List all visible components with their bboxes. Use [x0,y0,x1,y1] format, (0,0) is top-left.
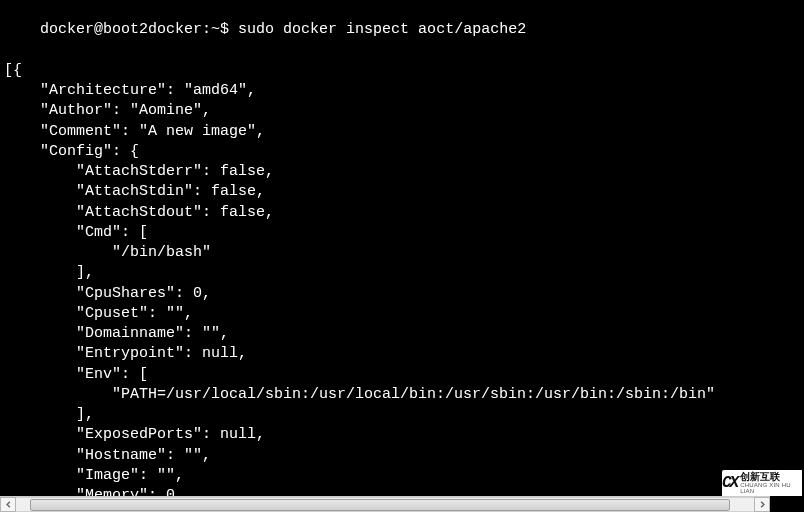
prompt-path: ~ [211,21,220,38]
chevron-right-icon [759,501,766,508]
scroll-right-button[interactable] [754,497,770,512]
prompt-sep2: $ [220,21,238,38]
chevron-left-icon [5,501,12,508]
logo-icon: CX [722,474,737,492]
row-cpushares: "CpuShares": 0, [0,284,804,304]
row-env-value: "PATH=/usr/local/sbin:/usr/local/bin:/us… [0,385,804,405]
row-env-close: ], [0,405,804,425]
logo-en: CHUANG XIN HU LIAN [740,482,802,494]
command-text: sudo docker inspect aoct/apache2 [238,21,526,38]
terminal-output: docker@boot2docker:~$ sudo docker inspec… [0,0,804,512]
horizontal-scrollbar[interactable] [0,496,770,512]
row-hostname: "Hostname": "", [0,446,804,466]
scroll-left-button[interactable] [0,497,16,512]
logo-text: 创新互联 CHUANG XIN HU LIAN [740,472,802,494]
row-exposedports: "ExposedPorts": null, [0,425,804,445]
row-config-open: "Config": { [0,142,804,162]
row-env-open: "Env": [ [0,365,804,385]
row-cmd-close: ], [0,263,804,283]
row-cmd-value: "/bin/bash" [0,243,804,263]
row-comment: "Comment": "A new image", [0,122,804,142]
row-attachstdin: "AttachStdin": false, [0,182,804,202]
row-architecture: "Architecture": "amd64", [0,81,804,101]
row-author: "Author": "Aomine", [0,101,804,121]
prompt-user-host: docker@boot2docker [40,21,202,38]
prompt-sep1: : [202,21,211,38]
row-image: "Image": "", [0,466,804,486]
row-cpuset: "Cpuset": "", [0,304,804,324]
prompt-line[interactable]: docker@boot2docker:~$ sudo docker inspec… [0,0,804,61]
scroll-thumb[interactable] [30,499,730,511]
scroll-track[interactable] [16,497,754,512]
row-attachstdout: "AttachStdout": false, [0,203,804,223]
row-entrypoint: "Entrypoint": null, [0,344,804,364]
row-attachstderr: "AttachStderr": false, [0,162,804,182]
row-cmd-open: "Cmd": [ [0,223,804,243]
watermark-logo: CX 创新互联 CHUANG XIN HU LIAN [722,470,802,496]
json-open: [{ [0,61,804,81]
logo-cn: 创新互联 [740,472,802,482]
row-domainname: "Domainname": "", [0,324,804,344]
